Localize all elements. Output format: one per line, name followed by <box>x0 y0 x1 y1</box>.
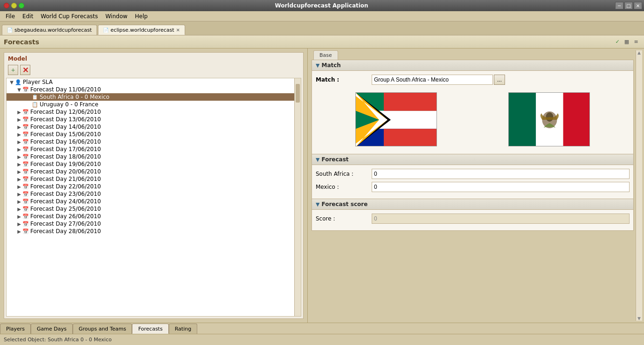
tree-node-day6[interactable]: ▶ 📅 Forecast Day 16/06/2010 <box>7 138 294 145</box>
add-item-button[interactable]: + <box>8 65 18 75</box>
tree-node-root[interactable]: ▼ 👤 Player SLA <box>7 78 294 86</box>
tab-sbegaudeau[interactable]: 📄 sbegaudeau.worldcupforecast <box>2 25 97 35</box>
tree-toggle-root[interactable]: ▼ <box>8 80 15 85</box>
tree-node-match-sa-mex[interactable]: 📋 South Africa 0 - 0 Mexico <box>7 93 294 101</box>
tree-node-day15[interactable]: ▶ 📅 Forecast Day 25/06/2010 <box>7 205 294 213</box>
bottom-tabs: Players Game Days Groups and Teams Forec… <box>0 323 644 334</box>
model-title: Model <box>4 53 303 64</box>
tree-node-day4[interactable]: ▶ 📅 Forecast Day 14/06/2010 <box>7 123 294 131</box>
menu-file[interactable]: File <box>2 12 19 21</box>
sa-forecast-row: South Africa : <box>316 169 630 179</box>
model-section: Model + ✕ ▼ 👤 Player SLA ▼ 📅 <box>4 52 304 319</box>
tree-icon-day11: 📅 <box>22 176 29 182</box>
tab-forecasts[interactable]: Forecasts <box>132 324 168 334</box>
forecast-toggle-icon: ▼ <box>316 157 319 163</box>
tree-node-day11[interactable]: ▶ 📅 Forecast Day 21/06/2010 <box>7 175 294 183</box>
score-input[interactable] <box>372 214 630 224</box>
tree-icon-day12: 📅 <box>22 184 29 190</box>
header-icon-grid[interactable]: ▦ <box>623 38 631 46</box>
match-label: Match : <box>316 76 372 83</box>
status-text: Selected Object: South Africa 0 - 0 Mexi… <box>4 337 111 343</box>
tree-icon-match1: 📋 <box>32 94 38 100</box>
tree-node-day1[interactable]: ▼ 📅 Forecast Day 11/06/2010 <box>7 86 294 93</box>
tree-node-day10[interactable]: ▶ 📅 Forecast Day 20/06/2010 <box>7 168 294 175</box>
main-content: Model + ✕ ▼ 👤 Player SLA ▼ 📅 <box>0 48 644 323</box>
forecast-section-header[interactable]: ▼ Forecast <box>312 154 633 165</box>
match-input[interactable] <box>372 75 493 85</box>
sa-forecast-label: South Africa : <box>316 171 372 177</box>
match-section-content: Match : ... <box>312 71 633 154</box>
tree-node-day9[interactable]: ▶ 📅 Forecast Day 19/06/2010 <box>7 160 294 168</box>
tree-toggle-day1[interactable]: ▼ <box>16 87 22 92</box>
tree-node-day17[interactable]: ▶ 📅 Forecast Day 27/06/2010 <box>7 220 294 228</box>
tree-icon-day7: 📅 <box>22 146 29 152</box>
forecast-score-section: ▼ Forecast score Score : <box>312 199 633 230</box>
match-section-header[interactable]: ▼ Match <box>312 60 633 71</box>
minimize-button[interactable]: ─ <box>615 2 623 9</box>
tree-node-day2[interactable]: ▶ 📅 Forecast Day 12/06/2010 <box>7 108 294 116</box>
forecasts-title: Forecasts <box>4 38 39 46</box>
tab-rating[interactable]: Rating <box>169 324 197 334</box>
header-icon-list[interactable]: ≡ <box>632 38 640 46</box>
mexico-forecast-row: Mexico : <box>316 182 630 192</box>
forecasts-header: Forecasts ✓ ▦ ≡ <box>0 35 644 48</box>
mexico-forecast-input[interactable] <box>372 182 630 192</box>
tree-node-day12[interactable]: ▶ 📅 Forecast Day 22/06/2010 <box>7 183 294 190</box>
tree-node-day8[interactable]: ▶ 📅 Forecast Day 18/06/2010 <box>7 153 294 160</box>
tab-game-days[interactable]: Game Days <box>31 324 73 334</box>
title-bar: Worldcupforecast Application ─ □ ✕ <box>0 0 644 11</box>
tab-bar: 📄 sbegaudeau.worldcupforecast 📄 eclipse.… <box>0 21 644 35</box>
status-bar: Selected Object: South Africa 0 - 0 Mexi… <box>0 334 644 345</box>
tab-groups-teams[interactable]: Groups and Teams <box>73 324 132 334</box>
match-browse-button[interactable]: ... <box>494 75 505 85</box>
forecast-score-content: Score : <box>312 210 633 230</box>
left-panel: Model + ✕ ▼ 👤 Player SLA ▼ 📅 <box>0 48 308 323</box>
forecast-score-header[interactable]: ▼ Forecast score <box>312 199 633 210</box>
tree-icon-root: 👤 <box>15 79 21 85</box>
forecast-score-title: Forecast score <box>321 201 367 207</box>
menu-worldcup[interactable]: World Cup Forecasts <box>37 12 102 21</box>
tree-icon-day18: 📅 <box>22 228 29 235</box>
sa-forecast-input[interactable] <box>372 169 630 179</box>
menu-help[interactable]: Help <box>131 12 151 21</box>
tree-scrollbar[interactable] <box>294 78 301 316</box>
flag-mexico <box>508 92 590 146</box>
tree-node-day5[interactable]: ▶ 📅 Forecast Day 15/06/2010 <box>7 131 294 138</box>
tree-icon-day13: 📅 <box>22 191 29 197</box>
right-scrollbar[interactable]: ▲ ▼ <box>636 50 642 321</box>
tree-node-day18[interactable]: ▶ 📅 Forecast Day 28/06/2010 <box>7 228 294 235</box>
tree-toggle-day2[interactable]: ▶ <box>16 110 22 115</box>
right-panel: Base ▼ Match Match : <box>308 48 644 323</box>
tree-node-day14[interactable]: ▶ 📅 Forecast Day 24/06/2010 <box>7 198 294 205</box>
tree-icon-day4: 📅 <box>22 124 29 130</box>
tree-node-day3[interactable]: ▶ 📅 Forecast Day 13/06/2010 <box>7 116 294 123</box>
forecast-section-title: Forecast <box>321 156 348 163</box>
tab-close-eclipse[interactable]: ✕ <box>176 28 180 33</box>
match-toggle-icon: ▼ <box>316 62 319 69</box>
tree-node-day13[interactable]: ▶ 📅 Forecast Day 23/06/2010 <box>7 190 294 198</box>
menu-edit[interactable]: Edit <box>19 12 37 21</box>
tab-icon-eclipse: 📄 <box>103 28 109 33</box>
model-toolbar: + ✕ <box>4 64 303 78</box>
maximize-button[interactable]: □ <box>624 2 633 9</box>
tree-icon-day1: 📅 <box>22 87 29 93</box>
score-toggle-icon: ▼ <box>316 201 319 207</box>
tree-node-day7[interactable]: ▶ 📅 Forecast Day 17/06/2010 <box>7 145 294 153</box>
base-tab[interactable]: Base <box>313 50 338 60</box>
match-form-row: Match : ... <box>316 75 630 85</box>
tree-icon-day5: 📅 <box>22 131 29 138</box>
tab-players[interactable]: Players <box>0 324 31 334</box>
tree-icon-day15: 📅 <box>22 206 29 212</box>
tab-icon-sbegaudeau: 📄 <box>7 28 13 33</box>
tree-icon-day3: 📅 <box>22 117 29 123</box>
tree-node-match-uru-fra[interactable]: 📋 Uruguay 0 - 0 France <box>7 101 294 108</box>
menu-window[interactable]: Window <box>102 12 131 21</box>
close-button[interactable]: ✕ <box>634 2 642 9</box>
delete-item-button[interactable]: ✕ <box>20 65 30 75</box>
tab-eclipse[interactable]: 📄 eclipse.worldcupforecast ✕ <box>98 25 185 35</box>
scrollbar-thumb[interactable] <box>296 84 300 103</box>
flags-container <box>316 89 630 150</box>
tree-icon-day10: 📅 <box>22 169 29 175</box>
header-icon-check[interactable]: ✓ <box>613 38 622 46</box>
tree-node-day16[interactable]: ▶ 📅 Forecast Day 26/06/2010 <box>7 213 294 220</box>
